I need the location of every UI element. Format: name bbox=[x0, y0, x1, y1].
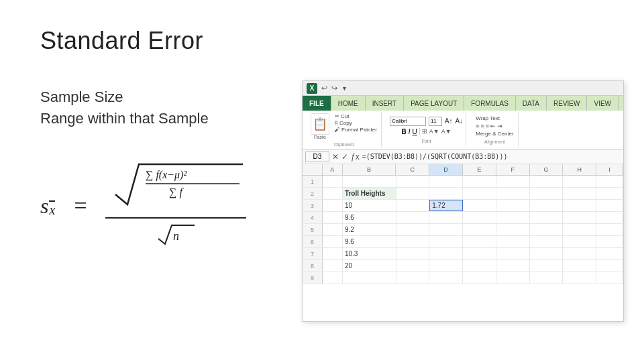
cell-c3[interactable] bbox=[396, 200, 430, 211]
cell-h3[interactable] bbox=[563, 200, 596, 211]
cell-f7[interactable] bbox=[496, 248, 530, 259]
formula-input[interactable]: =(STDEV(B3:B8))/(SQRT(COUNT(B3:B8))) bbox=[362, 153, 621, 160]
cell-e4[interactable] bbox=[463, 212, 496, 223]
increase-font-icon[interactable]: A↑ bbox=[445, 117, 453, 125]
cell-ref-box[interactable]: D3 bbox=[305, 152, 329, 162]
undo-icon[interactable]: ↩ bbox=[321, 84, 327, 93]
cell-b2[interactable]: Troll Heights bbox=[343, 188, 396, 199]
cell-a7[interactable] bbox=[323, 248, 343, 259]
cell-a2[interactable] bbox=[323, 188, 343, 199]
font-name-box[interactable]: Calibri bbox=[390, 117, 426, 126]
cell-d4[interactable] bbox=[429, 212, 463, 223]
cell-b9[interactable] bbox=[343, 272, 396, 284]
confirm-formula-icon[interactable]: ✓ bbox=[341, 152, 348, 162]
cell-e5[interactable] bbox=[463, 224, 496, 235]
cell-c1[interactable] bbox=[396, 176, 430, 187]
align-right-icon[interactable]: ≡ bbox=[486, 123, 489, 129]
cell-b4[interactable]: 9.6 bbox=[343, 212, 396, 223]
cell-h4[interactable] bbox=[563, 212, 596, 223]
cell-c6[interactable] bbox=[396, 236, 430, 247]
redo-icon[interactable]: ↪ bbox=[331, 84, 337, 93]
cell-d5[interactable] bbox=[429, 224, 463, 235]
cell-g9[interactable] bbox=[530, 272, 564, 284]
cell-e3[interactable] bbox=[463, 200, 496, 211]
cell-c4[interactable] bbox=[396, 212, 430, 223]
cell-g3[interactable] bbox=[530, 200, 564, 211]
tab-formulas[interactable]: FORMULAS bbox=[464, 96, 516, 111]
cell-d2[interactable] bbox=[429, 188, 463, 199]
cell-h5[interactable] bbox=[563, 224, 596, 235]
cut-button[interactable]: ✂Cut bbox=[335, 113, 377, 119]
cell-d7[interactable] bbox=[429, 248, 463, 259]
cell-h2[interactable] bbox=[563, 188, 596, 199]
cell-a1[interactable] bbox=[323, 176, 343, 187]
cell-h8[interactable] bbox=[563, 260, 596, 272]
cell-a4[interactable] bbox=[323, 212, 343, 223]
indent-decrease-icon[interactable]: ⇤ bbox=[490, 123, 496, 129]
cell-f8[interactable] bbox=[496, 260, 530, 272]
decrease-font-icon[interactable]: A↓ bbox=[455, 117, 464, 125]
cell-g2[interactable] bbox=[530, 188, 564, 199]
cell-h9[interactable] bbox=[563, 272, 596, 284]
cell-f1[interactable] bbox=[496, 176, 530, 187]
cell-d6[interactable] bbox=[429, 236, 463, 247]
cell-c2[interactable] bbox=[396, 188, 430, 199]
cell-b3[interactable]: 10 bbox=[343, 200, 396, 211]
cell-e1[interactable] bbox=[463, 176, 496, 187]
underline-button[interactable]: U bbox=[413, 128, 417, 135]
cell-f3[interactable] bbox=[496, 200, 530, 211]
cell-d8[interactable] bbox=[429, 260, 463, 272]
cell-f6[interactable] bbox=[496, 236, 530, 247]
cell-i3[interactable] bbox=[596, 200, 623, 211]
cell-e2[interactable] bbox=[463, 188, 496, 199]
align-center-icon[interactable]: ≡ bbox=[481, 123, 484, 129]
cell-i7[interactable] bbox=[596, 248, 623, 259]
cell-e8[interactable] bbox=[463, 260, 496, 272]
cell-c5[interactable] bbox=[396, 224, 430, 235]
cell-c7[interactable] bbox=[396, 248, 430, 259]
tab-data[interactable]: DATA bbox=[516, 96, 547, 111]
cell-f2[interactable] bbox=[496, 188, 530, 199]
cell-b7[interactable]: 10.3 bbox=[343, 248, 396, 259]
tab-insert[interactable]: INSERT bbox=[366, 96, 405, 111]
cell-g8[interactable] bbox=[530, 260, 564, 272]
cell-h1[interactable] bbox=[563, 176, 596, 187]
border-button[interactable]: ⊞ bbox=[419, 128, 427, 135]
cell-c8[interactable] bbox=[396, 260, 430, 272]
tab-review[interactable]: REVIEW bbox=[547, 96, 587, 111]
cell-b6[interactable]: 9.6 bbox=[343, 236, 396, 247]
font-size-box[interactable]: 11 bbox=[429, 117, 442, 126]
cell-i5[interactable] bbox=[596, 224, 623, 235]
cell-e9[interactable] bbox=[463, 272, 496, 284]
align-left-icon[interactable]: ≡ bbox=[476, 123, 479, 129]
cell-f5[interactable] bbox=[496, 224, 530, 235]
format-painter-button[interactable]: 🖌Format Painter bbox=[335, 127, 377, 133]
indent-increase-icon[interactable]: ⇥ bbox=[497, 123, 502, 129]
tab-home[interactable]: HOME bbox=[331, 96, 366, 111]
bold-button[interactable]: B bbox=[402, 128, 407, 135]
cell-i6[interactable] bbox=[596, 236, 623, 247]
cell-i9[interactable] bbox=[596, 272, 623, 284]
tab-page-layout[interactable]: PAGE LAYOUT bbox=[404, 96, 464, 111]
cell-h6[interactable] bbox=[563, 236, 596, 247]
cell-i8[interactable] bbox=[596, 260, 623, 272]
insert-function-icon[interactable]: ƒx bbox=[351, 152, 360, 162]
cell-e6[interactable] bbox=[463, 236, 496, 247]
cancel-formula-icon[interactable]: ✕ bbox=[332, 152, 339, 162]
cell-g6[interactable] bbox=[530, 236, 564, 247]
paste-icon[interactable]: 📋 bbox=[311, 113, 329, 135]
cell-g1[interactable] bbox=[530, 176, 564, 187]
cell-a9[interactable] bbox=[323, 272, 343, 284]
dropdown-icon[interactable]: ▼ bbox=[341, 85, 347, 92]
cell-g7[interactable] bbox=[530, 248, 564, 259]
cell-i1[interactable] bbox=[596, 176, 623, 187]
wrap-text-button[interactable]: Wrap Text bbox=[476, 115, 513, 121]
font-color-button[interactable]: A▼ bbox=[441, 128, 451, 135]
cell-i4[interactable] bbox=[596, 212, 623, 223]
cell-e7[interactable] bbox=[463, 248, 496, 259]
cell-h7[interactable] bbox=[563, 248, 596, 259]
cell-i2[interactable] bbox=[596, 188, 623, 199]
cell-a5[interactable] bbox=[323, 224, 343, 235]
cell-d9[interactable] bbox=[429, 272, 463, 284]
italic-button[interactable]: I bbox=[409, 128, 411, 135]
